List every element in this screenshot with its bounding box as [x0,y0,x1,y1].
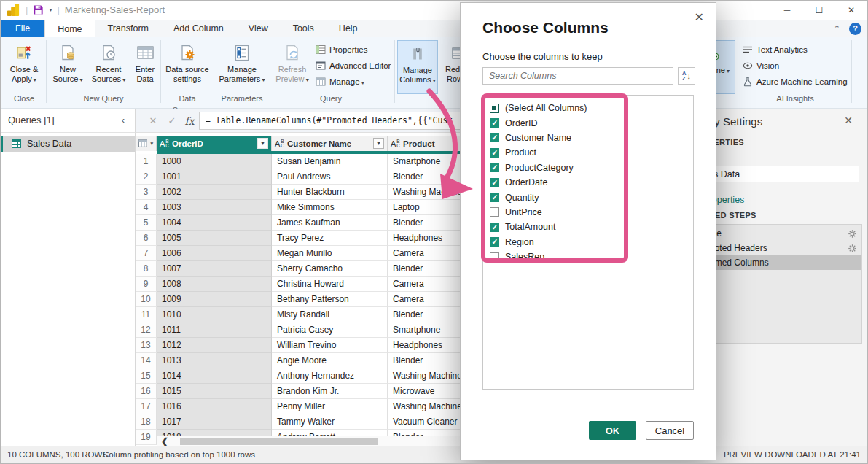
cell-customer-name[interactable]: Susan Benjamin [272,154,388,169]
ribbon-tab[interactable]: File [1,20,44,37]
table-row[interactable]: 17 1016 Penny Miller Washing Machine [136,399,504,414]
cell-customer-name[interactable]: Hunter Blackburn [272,185,388,200]
select-all-corner-button[interactable]: ▾ [136,136,157,151]
checkbox-icon[interactable] [490,104,499,113]
horizontal-scrollbar[interactable]: ❮ [157,436,504,446]
column-checkbox-item[interactable]: SalesRep [490,250,693,264]
close-settings-icon[interactable]: ✕ [844,115,853,126]
column-header-customer-name[interactable]: ABC Customer Name ▼ [272,136,388,151]
collapse-ribbon-icon[interactable]: ⌃ [834,24,840,34]
cell-customer-name[interactable]: Angie Moore [272,353,388,368]
table-row[interactable]: 5 1004 James Kaufman Blender [136,215,504,231]
maximize-button[interactable]: ☐ [803,1,835,20]
query-item-sales-data[interactable]: Sales Data [1,136,135,152]
cell-orderid[interactable]: 1003 [157,200,272,215]
checkbox-icon[interactable] [490,118,499,128]
column-checkbox-item[interactable]: TotalAmount [490,220,693,234]
table-row[interactable]: 9 1008 Christina Howard Camera [136,277,504,292]
filter-dropdown-icon[interactable]: ▼ [257,138,268,149]
table-row[interactable]: 16 1015 Brandon Kim Jr. Microwave [136,384,504,399]
checkbox-icon[interactable] [490,163,499,172]
table-row[interactable]: 6 1005 Tracy Perez Headphones [136,231,504,246]
cell-orderid[interactable]: 1001 [157,169,272,185]
ok-button[interactable]: OK [589,421,636,440]
collapse-queries-icon[interactable]: ‹ [122,115,125,125]
dialog-close-icon[interactable]: ✕ [695,10,704,24]
cell-customer-name[interactable]: Paul Andrews [272,169,388,185]
table-row[interactable]: 11 1010 Misty Randall Blender [136,307,504,322]
table-row[interactable]: 8 1007 Sherry Camacho Blender [136,261,504,277]
cell-orderid[interactable]: 1015 [157,384,272,399]
checkbox-icon[interactable] [490,223,499,232]
manage-button[interactable]: Manage [316,74,364,89]
cell-customer-name[interactable]: Misty Randall [272,307,388,322]
formula-accept-icon[interactable]: ✓ [165,114,179,128]
ribbon-tab[interactable]: Home [44,20,95,37]
formula-cancel-icon[interactable]: ✕ [146,114,160,128]
column-checkbox-item[interactable]: OrderDate [490,175,693,190]
ribbon-tab[interactable]: Help [327,20,370,37]
cell-orderid[interactable]: 1004 [157,215,272,231]
table-row[interactable]: 15 1014 Anthony Hernandez Washing Machin… [136,368,504,384]
table-row[interactable]: 18 1017 Tammy Walker Vacuum Cleaner [136,414,504,430]
table-row[interactable]: 7 1006 Megan Murillo Camera [136,246,504,261]
ribbon-tab[interactable]: Tools [281,20,327,37]
column-checkbox-item[interactable]: UnitPrice [490,205,693,220]
column-checkbox-item[interactable]: OrderID [490,115,693,130]
cell-customer-name[interactable]: James Kaufman [272,215,388,231]
column-checkbox-item[interactable]: Customer Name [490,131,693,145]
checkbox-icon[interactable] [490,252,499,262]
checkbox-icon[interactable] [490,133,499,142]
checkbox-icon[interactable] [490,148,499,158]
cell-orderid[interactable]: 1000 [157,154,272,169]
cell-customer-name[interactable]: Sherry Camacho [272,261,388,277]
azure-machine-learning-button[interactable]: Azure Machine Learning [743,74,848,89]
ribbon-tab[interactable]: Add Column [161,20,236,37]
cell-customer-name[interactable]: Patricia Casey [272,322,388,338]
table-row[interactable]: 13 1012 William Trevino Headphones [136,338,504,353]
cell-orderid[interactable]: 1005 [157,231,272,246]
manage-columns-button[interactable]: Manage Columns [397,40,438,94]
advanced-editor-button[interactable]: Advanced Editor [316,58,391,73]
cell-customer-name[interactable]: Anthony Hernandez [272,368,388,384]
save-icon[interactable] [33,4,44,15]
table-row[interactable]: 1 1000 Susan Benjamin Smartphone [136,154,504,169]
profiling-status[interactable]: Column profiling based on top 1000 rows [103,450,255,459]
cell-orderid[interactable]: 1011 [157,322,272,338]
cell-orderid[interactable]: 1008 [157,277,272,292]
cell-orderid[interactable]: 1016 [157,399,272,414]
help-icon[interactable]: ? [849,23,861,35]
column-checkbox-item[interactable]: Quantity [490,190,693,204]
checkbox-icon[interactable] [490,207,499,217]
search-columns-input[interactable] [482,67,673,85]
column-checkbox-item[interactable]: Product [490,145,693,160]
quick-access-dropdown-icon[interactable]: ▾ [49,7,52,13]
cell-orderid[interactable]: 1012 [157,338,272,353]
cell-customer-name[interactable]: Megan Murillo [272,246,388,261]
cell-customer-name[interactable]: William Trevino [272,338,388,353]
text-analytics-button[interactable]: Text Analytics [743,42,808,57]
properties-button[interactable]: Properties [316,42,367,57]
column-header-orderid[interactable]: ABC OrderID ▼ [157,136,272,151]
cell-customer-name[interactable]: Brandon Kim Jr. [272,384,388,399]
cell-customer-name[interactable]: Bethany Patterson [272,292,388,307]
vision-button[interactable]: Vision [743,58,779,73]
ribbon-tab[interactable]: View [236,20,281,37]
table-row[interactable]: 14 1013 Angie Moore Blender [136,353,504,368]
minimize-button[interactable]: ─ [771,1,803,20]
cell-orderid[interactable]: 1002 [157,185,272,200]
cell-orderid[interactable]: 1006 [157,246,272,261]
scrollbar-thumb[interactable] [180,438,378,445]
table-row[interactable]: 12 1011 Patricia Casey Smartphone [136,322,504,338]
cell-orderid[interactable]: 1007 [157,261,272,277]
close-and-apply-button[interactable]: Close & Apply [5,40,43,94]
column-checkbox-item[interactable]: (Select All Columns) [490,101,693,115]
cell-orderid[interactable]: 1009 [157,292,272,307]
cell-customer-name[interactable]: Christina Howard [272,277,388,292]
cancel-button[interactable]: Cancel [646,421,694,440]
refresh-preview-button[interactable]: Refresh Preview [273,40,312,94]
enter-data-button[interactable]: Enter Data [130,40,160,94]
column-checkbox-item[interactable]: ProductCategory [490,161,693,175]
ribbon-tab[interactable]: Transform [95,20,162,37]
cell-customer-name[interactable]: Tammy Walker [272,414,388,430]
